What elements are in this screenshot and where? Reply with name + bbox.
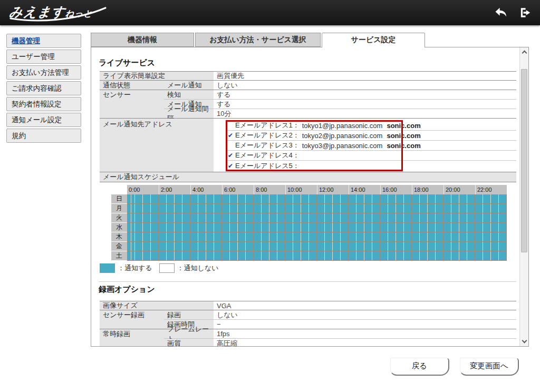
mail-entry-4: ✔ Eメールアドレス4： bbox=[226, 151, 516, 161]
schedule-day-row-wed: 水 bbox=[111, 223, 507, 232]
mail-entry-email: tokyo1@jp.panasonic.com bbox=[302, 122, 383, 130]
row-value: 高圧縮 bbox=[214, 339, 516, 347]
section-divider bbox=[99, 281, 516, 282]
app-header: みえます ねっと bbox=[0, 0, 540, 25]
scroll-thumb[interactable] bbox=[521, 69, 527, 252]
row-value: する bbox=[214, 100, 516, 109]
row-sublabel: メール通知 bbox=[164, 81, 214, 90]
row-label: 画像サイズ bbox=[100, 301, 214, 310]
scroll-down-button[interactable] bbox=[520, 337, 528, 346]
mail-address-list: Eメールアドレス1： tokyo1@jp.panasonic.com sonic… bbox=[214, 119, 516, 172]
row-value: する bbox=[214, 90, 516, 100]
row-image-size: 画像サイズ VGA bbox=[100, 301, 516, 310]
time-label: 4:00 bbox=[190, 185, 222, 194]
day-label: 水 bbox=[111, 223, 127, 232]
row-label bbox=[100, 339, 164, 347]
logo-text-sub: ねっと bbox=[65, 8, 94, 21]
schedule-time-header: 0:00 2:00 4:00 6:00 8:00 10:00 12:00 14:… bbox=[127, 185, 507, 194]
row-sublabel: 検知 bbox=[164, 90, 214, 100]
chevron-up-icon bbox=[522, 51, 527, 56]
scroll-up-button[interactable] bbox=[520, 47, 528, 56]
logout-icon[interactable] bbox=[518, 5, 533, 20]
row-label: メール通知スケジュール bbox=[100, 172, 516, 182]
sidebar-item-contractor-info[interactable]: 契約者情報設定 bbox=[6, 97, 81, 111]
schedule-grid bbox=[127, 223, 507, 232]
mail-entry-2: ✔ Eメールアドレス2： tokyo2@jp.panasonic.com son… bbox=[226, 131, 516, 141]
scrollbar[interactable] bbox=[519, 47, 528, 346]
row-label: センサー録画 bbox=[100, 310, 164, 320]
mail-entry-extra: sonic.com bbox=[387, 122, 420, 130]
schedule-day-row-thu: 木 bbox=[111, 232, 507, 242]
tab-payment-service[interactable]: お支払い方法・サービス選択 bbox=[195, 33, 321, 47]
tab-service-settings[interactable]: サービス設定 bbox=[322, 33, 425, 47]
mail-entry-email: tokyo3@jp.panasonic.com bbox=[302, 142, 383, 150]
day-label: 木 bbox=[111, 232, 127, 242]
logo-text-main: みえます bbox=[8, 3, 66, 21]
row-mail-schedule: メール通知スケジュール bbox=[100, 172, 516, 182]
row-live-display-setting: ライブ表示簡単設定 画質優先 bbox=[100, 71, 516, 81]
sidebar-item-payment-management[interactable]: お支払い方法管理 bbox=[6, 65, 81, 80]
day-label: 月 bbox=[111, 204, 127, 213]
time-label: 12:00 bbox=[317, 185, 349, 194]
schedule-legend: ：通知する ：通知しない bbox=[100, 263, 219, 273]
time-label: 8:00 bbox=[254, 185, 285, 194]
schedule-grid bbox=[127, 194, 507, 204]
chevron-down-icon bbox=[522, 338, 527, 344]
back-button[interactable]: 戻る bbox=[390, 358, 449, 376]
schedule-grid bbox=[127, 232, 507, 242]
row-label bbox=[100, 320, 164, 329]
row-sensor-recording: センサー録画 録画 しない bbox=[100, 310, 516, 320]
row-value: VGA bbox=[214, 301, 516, 310]
mail-entry-5: ✔ Eメールアドレス5： bbox=[226, 161, 516, 171]
legend-on-label: ：通知する bbox=[118, 263, 152, 273]
row-value: 1fps bbox=[214, 329, 516, 339]
time-label: 10:00 bbox=[285, 185, 317, 194]
row-frame-rate: 常時録画 フレームレート 1fps bbox=[100, 329, 516, 339]
row-sublabel: 画質 bbox=[164, 339, 214, 347]
sidebar-item-billing-confirm[interactable]: ご請求内容確認 bbox=[6, 81, 81, 95]
day-label: 日 bbox=[111, 194, 127, 204]
mail-entry-3: Eメールアドレス3： tokyo3@jp.panasonic.com sonic… bbox=[226, 141, 516, 151]
row-label: 通信状態 bbox=[100, 81, 164, 90]
schedule-grid bbox=[127, 251, 507, 261]
row-label: ライブ表示簡単設定 bbox=[100, 72, 214, 80]
mail-entry-name: Eメールアドレス2： bbox=[235, 131, 300, 140]
row-recording-time: 録画時間 − bbox=[100, 320, 516, 329]
change-screen-button[interactable]: 変更画面へ bbox=[460, 358, 519, 376]
time-label: 2:00 bbox=[159, 185, 190, 194]
undo-back-icon[interactable] bbox=[494, 5, 508, 20]
tab-device-info[interactable]: 機器情報 bbox=[91, 33, 194, 47]
row-value: しない bbox=[214, 310, 516, 320]
service-settings-panel: ライブサービス ライブ表示簡単設定 画質優先 通信状態 メール通知 しない セン… bbox=[91, 47, 529, 347]
row-sublabel: 録画 bbox=[164, 310, 214, 320]
row-value: 画質優先 bbox=[214, 72, 516, 80]
time-label: 16:00 bbox=[380, 185, 412, 194]
row-mail-addresses: メール通知先アドレス Eメールアドレス1： tokyo1@jp.panasoni… bbox=[100, 119, 516, 172]
time-label: 6:00 bbox=[222, 185, 254, 194]
row-image-quality: 画質 高圧縮 bbox=[100, 339, 516, 347]
time-label: 14:00 bbox=[349, 185, 380, 194]
time-label: 22:00 bbox=[475, 185, 507, 194]
schedule-grid bbox=[127, 213, 507, 223]
miemasu-net-page: みえます ねっと 機器管理 ユーザー管理 お支払い方法管理 ご請求内容確認 契約… bbox=[0, 0, 540, 392]
schedule-day-row-sun: 日 bbox=[111, 194, 507, 204]
sidebar-item-terms[interactable]: 規約 bbox=[6, 129, 81, 143]
sidebar-item-notification-mail[interactable]: 通知メール設定 bbox=[6, 113, 81, 127]
time-label: 18:00 bbox=[412, 185, 443, 194]
row-sensor-mail: メール通知 する bbox=[100, 100, 516, 109]
schedule-day-row-tue: 火 bbox=[111, 213, 507, 223]
schedule-day-row-mon: 月 bbox=[111, 204, 507, 213]
row-sublabel: フレームレート bbox=[164, 329, 214, 339]
time-label: 20:00 bbox=[443, 185, 475, 194]
row-label bbox=[100, 100, 164, 109]
schedule-day-row-sat: 土 bbox=[111, 251, 507, 261]
legend-on-swatch bbox=[100, 263, 115, 273]
check-icon: ✔ bbox=[226, 162, 235, 170]
mail-entry-extra: sonic.com bbox=[387, 142, 420, 150]
row-label: メール通知先アドレス bbox=[100, 119, 214, 172]
mail-entry-name: Eメールアドレス5： bbox=[235, 161, 300, 171]
sidebar-item-user-management[interactable]: ユーザー管理 bbox=[6, 50, 81, 64]
sidebar-item-device-management[interactable]: 機器管理 bbox=[6, 34, 81, 48]
schedule-day-row-fri: 金 bbox=[111, 242, 507, 251]
legend-off-swatch bbox=[159, 263, 175, 273]
